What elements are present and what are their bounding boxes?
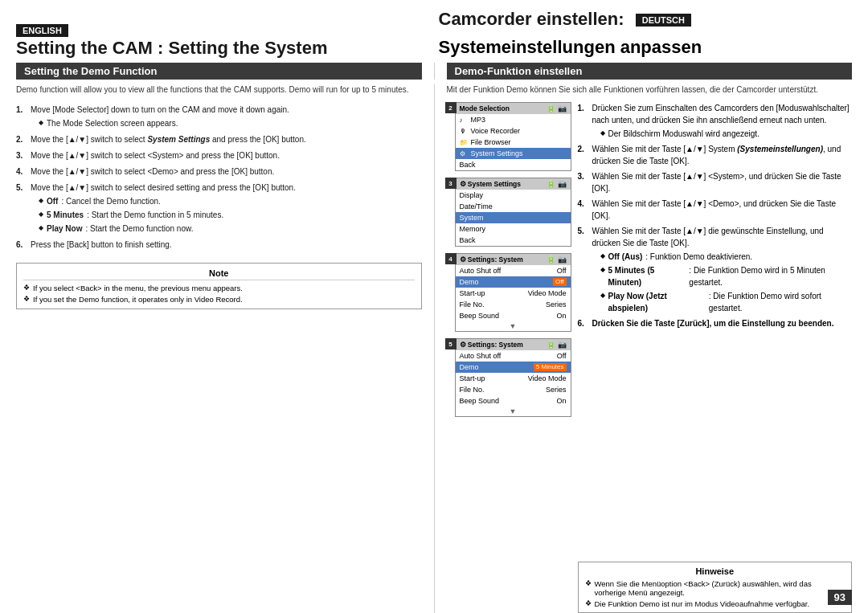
gsub-off: Off (Aus): Funktion Demo deaktivieren. [600, 251, 853, 263]
screen-3-memory: Memory [456, 223, 571, 235]
screen-4: ⚙ Settings: System 🔋📷 Auto Shut offOff D… [455, 253, 571, 332]
screen-5-fileno: File No.Series [456, 384, 571, 395]
screen-5-header: ⚙ Settings: System 🔋📷 [456, 339, 571, 350]
main-divider [434, 84, 435, 613]
step-6: 6. Press the [Back] button to finish set… [16, 239, 422, 251]
header-right: Camcorder einstellen: DEUTSCH Systemeins… [439, 8, 853, 58]
main-title-right: Camcorder einstellen: DEUTSCH [439, 10, 691, 29]
hinweise-title: Hinweise [585, 566, 845, 576]
deutsch-badge: DEUTSCH [636, 14, 691, 27]
hinweise-bullet-2: Die Funktion Demo ist nur im Modus Video… [585, 599, 845, 608]
gstep-6: 6. Drücken Sie die Taste [Zurück], um di… [578, 317, 853, 329]
gstep-5: 5. Wählen Sie mit der Taste [▲/▼] die ge… [578, 225, 853, 314]
gsub-5min: 5 Minutes (5 Minuten): Die Funktion Demo… [600, 264, 853, 288]
screen-2-voice: 🎙Voice Recorder [456, 125, 571, 137]
note-title: Note [23, 268, 415, 280]
screen-badge-4: 4 [445, 253, 457, 264]
screen-5-autoshutoff: Auto Shut offOff [456, 350, 571, 362]
main-title-left: Setting the CAM : Setting the System [16, 39, 430, 58]
sub-5min: 5 Minutes: Start the Demo function in 5 … [39, 209, 422, 221]
sub-off: Off: Cancel the Demo function. [39, 195, 422, 207]
screen-5-wrapper: 5 ⚙ Settings: System 🔋📷 Auto Shut offOff… [447, 338, 571, 417]
screen-4-demo-value: Off [553, 278, 567, 286]
english-badge: ENGLISH [16, 24, 68, 37]
screen-4-fileno: File No.Series [456, 299, 571, 310]
screen-5-startup: Start-upVideo Mode [456, 373, 571, 384]
screen-5-demo: Demo5 Minutes [456, 362, 571, 373]
screen-4-wrapper: 4 ⚙ Settings: System 🔋📷 Auto Shut offOff… [447, 253, 571, 332]
gstep-4: 4. Wählen Sie mit der Taste [▲/▼] <Demo>… [578, 198, 853, 222]
screen-2-file: 📁File Browser [456, 137, 571, 148]
screen-5-demo-value: 5 Minutes [534, 363, 567, 371]
german-steps: 1. Drücken Sie zum Einschalten des Camco… [578, 102, 853, 555]
german-section: 1. Drücken Sie zum Einschalten des Camco… [578, 102, 853, 613]
screen-2-header: Mode Selection 🔋📷 [456, 103, 571, 114]
screen-2-wrapper: 2 Mode Selection 🔋📷 ♪MP3 🎙Voice Recorder [447, 102, 571, 171]
screen-badge-3: 3 [445, 178, 457, 189]
page: ENGLISH Setting the CAM : Setting the Sy… [0, 0, 868, 613]
sub-playnow: Play Now: Start the Demo function now. [39, 223, 422, 235]
section-header-right: Demo-Funktion einstellen [447, 63, 853, 80]
header-left: ENGLISH Setting the CAM : Setting the Sy… [16, 24, 430, 58]
screen-4-beep: Beep SoundOn [456, 310, 571, 321]
screen-5: ⚙ Settings: System 🔋📷 Auto Shut offOff D… [455, 338, 571, 417]
subtitle-right: Systemeinstellungen anpassen [439, 37, 702, 58]
screen-badge-5: 5 [445, 338, 457, 349]
left-panel: Demo function will allow you to view all… [16, 84, 422, 613]
screens-section: 2 Mode Selection 🔋📷 ♪MP3 🎙Voice Recorder [447, 102, 571, 613]
gstep-2: 2. Wählen Sie mit der Taste [▲/▼] System… [578, 143, 853, 167]
screen-3-display: Display [456, 190, 571, 201]
page-number: 93 [828, 590, 852, 605]
main-content: Demo function will allow you to view all… [0, 84, 868, 613]
screen-badge-2: 2 [445, 102, 457, 113]
right-content: 2 Mode Selection 🔋📷 ♪MP3 🎙Voice Recorder [447, 102, 853, 613]
screen-2: Mode Selection 🔋📷 ♪MP3 🎙Voice Recorder 📁… [455, 102, 571, 171]
step-5: 5. Move the [▲/▼] switch to select desir… [16, 182, 422, 235]
screen-4-startup: Start-upVideo Mode [456, 288, 571, 299]
right-intro: Mit der Funktion Demo können Sie sich al… [447, 84, 853, 96]
right-panel: Mit der Funktion Demo können Sie sich al… [447, 84, 853, 613]
hinweise-box: Hinweise Wenn Sie die Menüoption <Back> … [578, 562, 853, 613]
section-header-left: Setting the Demo Function [16, 63, 422, 80]
section-headers: Setting the Demo Function Demo-Funktion … [0, 58, 868, 80]
gstep-1: 1. Drücken Sie zum Einschalten des Camco… [578, 102, 853, 140]
screen-4-demo: DemoOff [456, 276, 571, 288]
screen-2-system: ⚙System Settings [456, 148, 571, 159]
screen-3-datetime: Date/Time [456, 201, 571, 212]
screen-5-beep: Beep SoundOn [456, 395, 571, 407]
section-title-right: Demo-Funktion einstellen [447, 63, 853, 80]
note-box: Note If you select <Back> in the menu, t… [16, 263, 422, 309]
hinweise-bullet-1: Wenn Sie die Menüoption <Back> (Zurück) … [585, 579, 845, 597]
step-1: 1. Move [Mode Selector] down to turn on … [16, 104, 422, 129]
screen-3-header: ⚙ System Settings 🔋📷 [456, 178, 571, 190]
sub-bullet-1: The Mode Selection screen appears. [39, 117, 422, 129]
note-bullet-2: If you set the Demo function, it operate… [23, 295, 415, 304]
gsub-1: Der Bildschirm Moduswahl wird angezeigt. [600, 128, 853, 140]
gstep-3: 3. Wählen Sie mit der Taste [▲/▼] <Syste… [578, 170, 853, 194]
section-title-left: Setting the Demo Function [16, 63, 422, 80]
note-bullet-1: If you select <Back> in the menu, the pr… [23, 284, 415, 292]
step-4: 4. Move the [▲/▼] switch to select <Demo… [16, 166, 422, 178]
screen-4-header: ⚙ Settings: System 🔋📷 [456, 254, 571, 265]
screen-2-mp3: ♪MP3 [456, 114, 571, 125]
steps-list: 1. Move [Mode Selector] down to turn on … [16, 104, 422, 255]
step-2: 2. Move the [▲/▼] switch to select Syste… [16, 133, 422, 145]
screen-2-back: Back [456, 159, 571, 170]
screen-3-back: Back [456, 235, 571, 246]
screen-3-system: System [456, 212, 571, 223]
header: ENGLISH Setting the CAM : Setting the Sy… [0, 0, 868, 58]
screen-4-autoshutoff: Auto Shut offOff [456, 265, 571, 276]
gsub-playnow: Play Now (Jetzt abspielen): Die Funktion… [600, 290, 853, 314]
screen-3-wrapper: 3 ⚙ System Settings 🔋📷 Display Date/Time… [447, 178, 571, 247]
step-3: 3. Move the [▲/▼] switch to select <Syst… [16, 149, 422, 161]
screen-3: ⚙ System Settings 🔋📷 Display Date/Time S… [455, 178, 571, 247]
intro-text: Demo function will allow you to view all… [16, 84, 422, 96]
